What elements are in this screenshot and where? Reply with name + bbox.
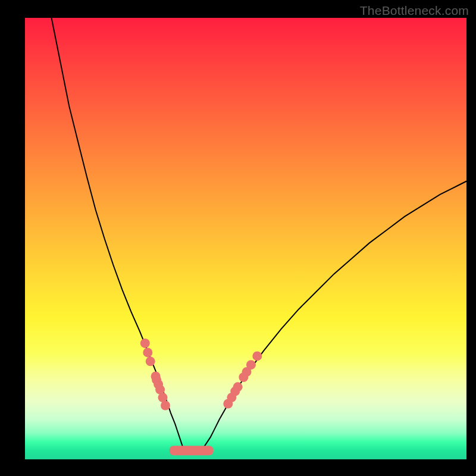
curve-right-branch	[202, 181, 466, 451]
chart-overlay	[25, 18, 466, 459]
marker-group	[140, 339, 262, 411]
data-point	[143, 347, 152, 357]
data-point	[140, 339, 150, 348]
data-point	[161, 401, 170, 411]
watermark-text: TheBottleneck.com	[360, 4, 469, 18]
data-point	[246, 360, 256, 369]
curve-left-branch	[52, 18, 184, 450]
plot-area	[25, 18, 466, 459]
outer-frame: TheBottleneck.com	[0, 0, 476, 476]
trough-pill	[170, 446, 214, 455]
data-point	[252, 351, 262, 361]
data-point	[146, 356, 155, 366]
data-point	[233, 382, 243, 392]
